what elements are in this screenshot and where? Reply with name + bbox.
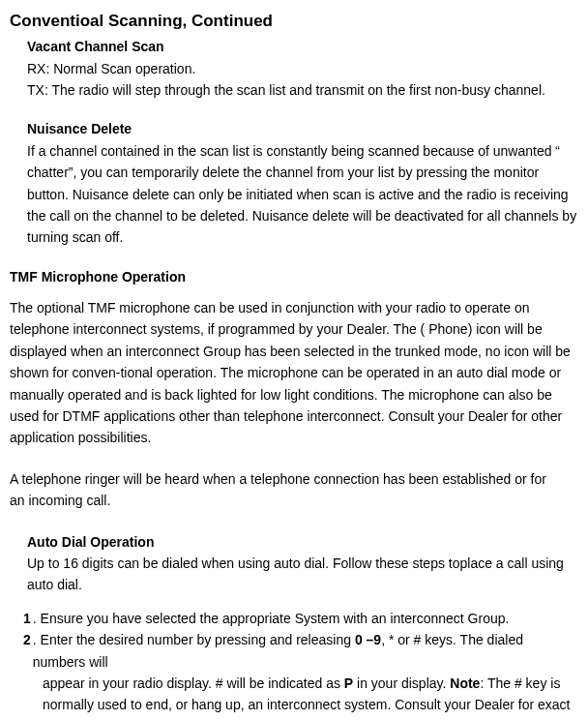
step-2: 2. Enter the desired number by pressing …: [23, 629, 578, 720]
tmf-p2b: an incoming call.: [10, 490, 578, 511]
vacant-rx: RX: Normal Scan operation.: [27, 58, 578, 79]
nuisance-body: If a channel contained in the scan list …: [27, 140, 578, 249]
step-2-line4: system operation.: [23, 716, 578, 720]
autodial-heading: Auto Dial Operation: [27, 531, 578, 553]
step-2-line3: normally used to end, or hang up, an int…: [23, 694, 578, 715]
step-2-line1: . Enter the desired number by pressing a…: [31, 629, 578, 673]
vacant-heading: Vacant Channel Scan: [27, 36, 578, 57]
step-2-line2: appear in your radio display. # will be …: [23, 673, 578, 694]
tmf-heading: TMF Microphone Operation: [10, 266, 578, 287]
step-1-text: . Ensure you have selected the appropria…: [31, 608, 510, 629]
tmf-p1: The optional TMF microphone can be used …: [10, 297, 578, 449]
step-1: 1. Ensure you have selected the appropri…: [23, 608, 578, 629]
step-2-num: 2: [23, 629, 31, 673]
autodial-intro: Up to 16 digits can be dialed when using…: [27, 553, 578, 596]
nuisance-heading: Nuisance Delete: [27, 118, 578, 139]
page-title: Conventioal Scanning, Continued: [10, 8, 578, 34]
vacant-tx: TX: The radio will step through the scan…: [27, 79, 578, 101]
step-1-num: 1: [23, 608, 31, 629]
tmf-p2a: A telephone ringer will be heard when a …: [10, 468, 578, 490]
